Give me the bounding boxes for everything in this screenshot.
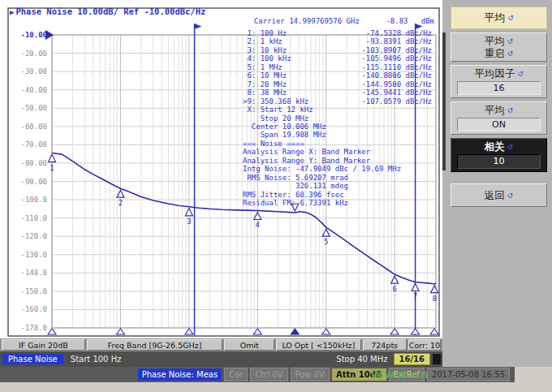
trace-title: ▶Phase Noise 10.00dB/ Ref -10.00dBc/Hz [10,6,205,16]
y-tick-label: -80.00 [10,159,47,167]
y-tick-label: -140.0 [10,269,47,277]
stop-frequency-label: Stop 40 MHz [336,355,387,364]
softkey-average-restart[interactable]: 平均↺ 重启↺ [451,32,547,62]
average-factor-value: 16 [457,81,541,95]
y-tick-label: -40.00 [10,86,47,94]
y-tick-label: -50.00 [10,104,47,112]
clock-display: 2017-05-08 16:55 [427,368,510,381]
svg-text:8: 8 [432,295,436,303]
softkey-icon: ↺ [507,192,514,200]
phase-noise-mode-chip[interactable]: Phase Noise [2,354,63,364]
softkey-icon: ↺ [507,50,514,58]
trace-status-row: Phase Noise Start 100 Hz Stop 40 MHz 16/… [0,351,442,367]
trace-title-text: Phase Noise 10.00dB/ Ref -10.00dBc/Hz [15,6,205,16]
softkey-average-factor[interactable]: 平均因子↺ 16 [451,65,547,98]
y-tick-label: -10.00 [10,31,47,39]
y-tick-label: -60.00 [10,123,47,131]
correlation-field: Corr: 10 [408,339,441,351]
omit-field[interactable]: Omit [224,339,274,351]
y-tick-label: -90.00 [10,178,47,186]
softkey-menu: 平均↺ 平均↺ 重启↺ 平均因子↺ 16 平均↺ ON 相关↺ 10 返回↺ [442,0,552,367]
menu-title-average: 平均↺ [451,6,547,29]
svg-text:5: 5 [324,238,328,246]
svg-text:4: 4 [256,221,260,229]
y-tick-label: -100.0 [10,196,47,204]
freq-band-field[interactable]: Freq Band [9G-26.5GHz] [87,339,223,351]
average-count-badge: 16/16 [394,353,430,365]
cor-indicator: Cor [224,368,248,381]
correlation-value: 10 [457,154,541,168]
start-frequency-label: Start 100 Hz [71,355,122,364]
softkey-return[interactable]: 返回↺ [451,183,547,207]
power-indicator: Pow 0V [291,368,330,381]
ctrl-indicator: Ctrl 0V [250,368,287,381]
svg-text:1: 1 [50,164,54,172]
y-tick-label: -30.00 [10,67,47,75]
y-tick-label: -120.0 [10,232,47,240]
y-tick-label: -160.0 [10,305,47,313]
svg-text:2: 2 [119,199,123,207]
if-gain-field[interactable]: IF Gain 20dB [2,339,85,351]
softkey-correlation[interactable]: 相关↺ 10 [451,138,547,171]
lo-opt-field[interactable]: LO Opt [ <150kHz] [276,339,360,351]
softkey-icon: ↺ [507,14,514,22]
y-tick-label: -20.00 [10,50,47,58]
settings-status-row: IF Gain 20dB Freq Band [9G-26.5GHz] Omit… [0,338,442,351]
softkey-icon: ↺ [507,106,514,114]
y-tick-label: -130.0 [10,251,47,259]
softkey-average-toggle[interactable]: 平均↺ ON [451,101,547,135]
marker-and-noise-annotation: 1: 100 Hz -74.5328 dBc/Hz 2: 1 kHz -93.8… [243,29,432,208]
y-tick-label: -70.00 [10,140,47,149]
average-on-off-value: ON [457,118,541,131]
svg-text:7: 7 [413,292,417,300]
softkey-icon: ↺ [507,143,514,151]
y-tick-label: -170.0 [10,324,47,332]
softkey-icon: ↺ [517,70,524,78]
svg-text:6: 6 [392,285,396,293]
softkey-icon: ↺ [507,37,514,45]
svg-text:3: 3 [187,218,191,226]
trace-pointer-icon: ▶ [10,8,14,16]
carrier-readout: Carrier 14.999769576 GHz -8.83 dBm [254,17,434,25]
menu-shadow [442,32,446,170]
instrument-status-bar: Phase Noise: Meas Cor Ctrl 0V Pow 0V Att… [0,367,515,382]
points-field: 724pts [363,339,407,351]
watermark: Www.cn [370,368,429,381]
y-tick-label: -110.0 [10,214,47,222]
measurement-screen: 12345678 ▶Phase Noise 10.00dB/ Ref -10.0… [0,0,442,338]
y-tick-label: -150.0 [10,287,47,295]
status-square-icon [433,354,441,364]
measurement-status-chip: Phase Noise: Meas [138,368,222,381]
